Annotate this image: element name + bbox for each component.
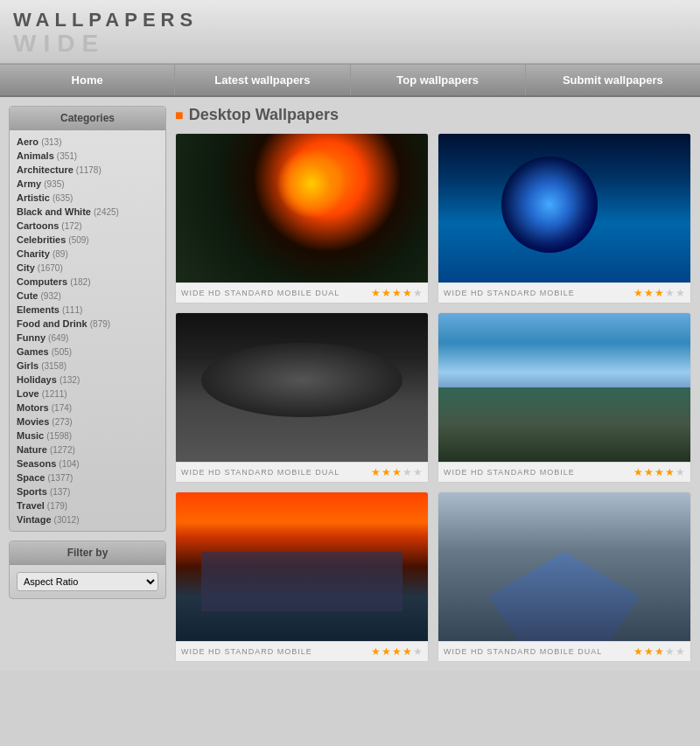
wallpaper-card[interactable]: WIDE HD STANDARD MOBILE★★★★★	[438, 133, 691, 303]
sidebar-category-item: Cute (932)	[17, 289, 158, 303]
wallpaper-card[interactable]: WIDE HD STANDARD MOBILE★★★★★	[175, 492, 429, 662]
category-link[interactable]: Holidays (132)	[17, 374, 80, 385]
content-title-text: Desktop Wallpapers	[189, 106, 339, 124]
star-filled: ★	[665, 466, 675, 478]
star-empty: ★	[676, 466, 685, 478]
wallpaper-card[interactable]: WIDE HD STANDARD MOBILE DUAL★★★★★	[175, 133, 429, 303]
card-stars: ★★★★★	[634, 466, 685, 478]
rss-icon: ■	[175, 108, 184, 123]
star-filled: ★	[371, 645, 381, 658]
star-empty: ★	[676, 287, 685, 299]
filter-content: Aspect Ratio 16:9 16:10 4:3 5:4	[10, 565, 165, 598]
star-filled: ★	[654, 466, 664, 478]
wallpaper-thumbnail	[438, 134, 690, 282]
wallpaper-grid: WIDE HD STANDARD MOBILE DUAL★★★★★WIDE HD…	[175, 133, 691, 662]
sidebar-category-item: Aero (313)	[17, 135, 158, 149]
card-formats: WIDE HD STANDARD MOBILE DUAL	[181, 468, 340, 477]
card-stars: ★★★★★	[371, 466, 423, 478]
sidebar-category-item: Girls (3158)	[17, 359, 158, 373]
sidebar-category-item: City (1670)	[17, 261, 158, 275]
star-filled: ★	[654, 645, 664, 658]
star-filled: ★	[634, 287, 643, 299]
category-link[interactable]: Elements (111)	[17, 304, 82, 315]
sidebar-category-item: Sports (137)	[17, 485, 158, 498]
nav-submit[interactable]: Submit wallpapers	[526, 65, 700, 95]
card-footer: WIDE HD STANDARD MOBILE★★★★★	[176, 641, 428, 661]
header: WALLPAPERS WIDE	[0, 0, 700, 64]
star-filled: ★	[644, 287, 654, 299]
card-formats: WIDE HD STANDARD MOBILE	[444, 468, 575, 477]
category-link[interactable]: Army (935)	[17, 178, 65, 189]
category-link[interactable]: Nature (1272)	[17, 444, 75, 455]
category-link[interactable]: Seasons (104)	[17, 458, 80, 469]
logo-main: WALLPAPERS	[13, 9, 687, 31]
aspect-ratio-select[interactable]: Aspect Ratio 16:9 16:10 4:3 5:4	[17, 572, 158, 591]
card-footer: WIDE HD STANDARD MOBILE★★★★★	[438, 462, 690, 482]
category-link[interactable]: Cute (932)	[17, 290, 61, 301]
card-footer: WIDE HD STANDARD MOBILE★★★★★	[438, 282, 690, 303]
wallpaper-thumbnail	[176, 313, 428, 462]
sidebar-category-item: Celebrities (509)	[17, 233, 158, 247]
sidebar: Categories Aero (313)Animals (351)Archit…	[9, 106, 166, 662]
category-link[interactable]: Sports (137)	[17, 486, 70, 497]
category-link[interactable]: Girls (3158)	[17, 360, 66, 371]
star-filled: ★	[392, 287, 402, 299]
nav-top[interactable]: Top wallpapers	[351, 65, 526, 95]
card-footer: WIDE HD STANDARD MOBILE DUAL★★★★★	[176, 462, 428, 482]
category-link[interactable]: Celebrities (509)	[17, 234, 89, 245]
category-link[interactable]: Animals (351)	[17, 150, 77, 161]
star-filled: ★	[644, 645, 654, 658]
wallpaper-card[interactable]: WIDE HD STANDARD MOBILE DUAL★★★★★	[175, 312, 429, 483]
sidebar-category-item: Charity (89)	[17, 247, 158, 261]
sidebar-category-item: Computers (182)	[17, 275, 158, 289]
nav-home[interactable]: Home	[0, 65, 175, 95]
star-filled: ★	[402, 645, 412, 658]
star-filled: ★	[644, 466, 654, 478]
category-link[interactable]: Travel (179)	[17, 500, 67, 511]
category-link[interactable]: Love (1211)	[17, 388, 67, 399]
star-filled: ★	[382, 645, 391, 658]
star-empty: ★	[676, 645, 685, 658]
category-link[interactable]: Computers (182)	[17, 276, 90, 287]
category-link[interactable]: Funny (649)	[17, 332, 68, 343]
category-link[interactable]: Motors (174)	[17, 402, 72, 413]
sidebar-category-item: Nature (1272)	[17, 443, 158, 457]
sidebar-category-item: Motors (174)	[17, 401, 158, 415]
star-filled: ★	[382, 466, 391, 478]
star-filled: ★	[654, 287, 664, 299]
sidebar-category-item: Holidays (132)	[17, 373, 158, 387]
card-formats: WIDE HD STANDARD MOBILE DUAL	[444, 647, 602, 656]
content-area: ■ Desktop Wallpapers WIDE HD STANDARD MO…	[175, 106, 691, 662]
category-link[interactable]: Vintage (3012)	[17, 514, 80, 525]
wallpaper-card[interactable]: WIDE HD STANDARD MOBILE DUAL★★★★★	[438, 492, 691, 662]
sidebar-category-item: Music (1598)	[17, 429, 158, 443]
card-stars: ★★★★★	[371, 645, 423, 658]
star-filled: ★	[392, 645, 402, 658]
star-empty: ★	[665, 645, 675, 658]
card-footer: WIDE HD STANDARD MOBILE DUAL★★★★★	[176, 282, 428, 303]
category-link[interactable]: Aero (313)	[17, 136, 61, 147]
sidebar-category-item: Vintage (3012)	[17, 512, 158, 526]
category-link[interactable]: City (1670)	[17, 262, 63, 273]
category-link[interactable]: Movies (273)	[17, 416, 73, 427]
nav-latest[interactable]: Latest wallpapers	[175, 65, 350, 95]
sidebar-category-item: Artistic (635)	[17, 191, 158, 205]
category-link[interactable]: Black and White (2425)	[17, 206, 119, 217]
category-link[interactable]: Games (505)	[17, 346, 72, 357]
category-link[interactable]: Space (1377)	[17, 472, 73, 483]
category-link[interactable]: Cartoons (172)	[17, 220, 82, 231]
card-stars: ★★★★★	[634, 645, 685, 658]
wallpaper-thumbnail	[176, 492, 428, 641]
category-link[interactable]: Music (1598)	[17, 430, 72, 441]
card-footer: WIDE HD STANDARD MOBILE DUAL★★★★★	[438, 641, 690, 661]
category-link[interactable]: Architecture (1178)	[17, 164, 102, 175]
card-stars: ★★★★★	[371, 287, 423, 299]
star-filled: ★	[402, 287, 412, 299]
card-formats: WIDE HD STANDARD MOBILE	[444, 289, 575, 297]
star-empty: ★	[413, 645, 423, 658]
category-link[interactable]: Food and Drink (879)	[17, 318, 110, 329]
category-link[interactable]: Charity (89)	[17, 248, 68, 259]
categories-title: Categories	[10, 107, 165, 130]
category-link[interactable]: Artistic (635)	[17, 192, 73, 203]
wallpaper-card[interactable]: WIDE HD STANDARD MOBILE★★★★★	[438, 312, 691, 483]
